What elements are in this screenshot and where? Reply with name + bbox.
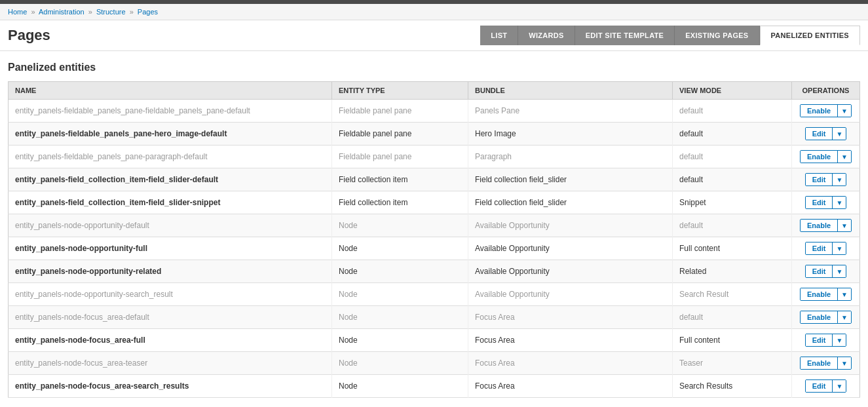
cell-operations: Enable▼: [792, 214, 860, 237]
cell-view-mode: default: [673, 306, 792, 329]
dropdown-arrow-button[interactable]: ▼: [837, 288, 851, 300]
section-title: Panelized entities: [8, 62, 860, 73]
cell-view-mode: Search Result: [673, 283, 792, 306]
cell-operations: Edit▼: [792, 260, 860, 283]
cell-entity-type: Node: [332, 214, 468, 237]
tab-existing-pages[interactable]: EXISTING PAGES: [675, 26, 759, 45]
cell-entity-type: Node: [332, 306, 468, 329]
cell-bundle: Focus Area: [468, 352, 673, 375]
table-row: entity_panels-node-opportunity-search_re…: [9, 283, 860, 306]
action-btn-group: Edit▼: [805, 196, 847, 209]
tab-list[interactable]: LIST: [480, 26, 518, 45]
cell-name: entity_panels-node-opportunity-search_re…: [9, 283, 332, 306]
dropdown-arrow-button[interactable]: ▼: [832, 265, 846, 277]
col-operations: OPERATIONS: [792, 82, 860, 100]
dropdown-arrow-button[interactable]: ▼: [837, 311, 851, 323]
enable-button[interactable]: Enable: [801, 151, 837, 163]
action-btn-group: Edit▼: [805, 242, 847, 255]
cell-view-mode: Search Results: [673, 375, 792, 398]
action-btn-group: Edit▼: [805, 173, 847, 186]
enable-button[interactable]: Enable: [801, 357, 837, 369]
cell-entity-type: Node: [332, 352, 468, 375]
table-row: entity_panels-node-opportunity-fullNodeA…: [9, 237, 860, 260]
cell-entity-type: Node: [332, 283, 468, 306]
edit-button[interactable]: Edit: [806, 334, 833, 346]
breadcrumb-pages[interactable]: Pages: [138, 8, 158, 16]
action-btn-group: Enable▼: [800, 150, 852, 163]
cell-view-mode: Teaser: [673, 352, 792, 375]
dropdown-arrow-button[interactable]: ▼: [832, 174, 846, 185]
cell-name: entity_panels-node-focus_area-full: [9, 329, 332, 352]
cell-name: entity_panels-node-focus_area-default: [9, 306, 332, 329]
edit-button[interactable]: Edit: [806, 174, 833, 185]
cell-name: entity_panels-fieldable_panels_pane-para…: [9, 145, 332, 168]
cell-bundle: Available Opportunity: [468, 260, 673, 283]
cell-bundle: Available Opportunity: [468, 283, 673, 306]
cell-view-mode: default: [673, 168, 792, 191]
cell-operations: Enable▼: [792, 352, 860, 375]
edit-button[interactable]: Edit: [806, 128, 833, 140]
cell-view-mode: default: [673, 123, 792, 145]
action-btn-group: Edit▼: [805, 379, 847, 393]
cell-view-mode: default: [673, 145, 792, 168]
cell-bundle: Available Opportunity: [468, 237, 673, 260]
dropdown-arrow-button[interactable]: ▼: [837, 357, 851, 369]
tab-panelized-entities[interactable]: PANELIZED ENTITIES: [760, 26, 860, 45]
dropdown-arrow-button[interactable]: ▼: [832, 197, 846, 208]
enable-button[interactable]: Enable: [801, 105, 837, 117]
cell-operations: Enable▼: [792, 283, 860, 306]
col-entity-type: ENTITY TYPE: [332, 82, 468, 100]
breadcrumb: Home » Administration » Structure » Page…: [0, 4, 868, 20]
cell-operations: Edit▼: [792, 329, 860, 352]
cell-entity-type: Field collection item: [332, 191, 468, 214]
table-header: NAME ENTITY TYPE BUNDLE VIEW MODE OPERAT…: [9, 82, 860, 100]
action-btn-group: Edit▼: [805, 334, 847, 347]
breadcrumb-administration[interactable]: Administration: [39, 8, 85, 16]
cell-bundle: Hero Image: [468, 123, 673, 145]
dropdown-arrow-button[interactable]: ▼: [837, 151, 851, 163]
dropdown-arrow-button[interactable]: ▼: [832, 128, 846, 140]
edit-button[interactable]: Edit: [806, 197, 833, 208]
cell-entity-type: Node: [332, 329, 468, 352]
edit-button[interactable]: Edit: [806, 242, 833, 254]
cell-bundle: Focus Area: [468, 306, 673, 329]
page-title: Pages: [8, 27, 50, 44]
cell-entity-type: Fieldable panel pane: [332, 123, 468, 145]
edit-button[interactable]: Edit: [806, 265, 833, 277]
cell-name: entity_panels-node-focus_area-search_res…: [9, 375, 332, 398]
cell-view-mode: default: [673, 100, 792, 123]
cell-view-mode: Related: [673, 260, 792, 283]
dropdown-arrow-button[interactable]: ▼: [832, 242, 846, 254]
cell-bundle: Paragraph: [468, 145, 673, 168]
col-view-mode: VIEW MODE: [673, 82, 792, 100]
cell-name: entity_panels-fieldable_panels_pane-hero…: [9, 123, 332, 145]
table-row: entity_panels-node-focus_area-search_res…: [9, 375, 860, 398]
cell-entity-type: Node: [332, 375, 468, 398]
table-row: entity_panels-node-opportunity-relatedNo…: [9, 260, 860, 283]
content-area: Panelized entities NAME ENTITY TYPE BUND…: [0, 51, 868, 407]
table-body: entity_panels-fieldable_panels_pane-fiel…: [9, 100, 860, 398]
table-row: entity_panels-field_collection_item-fiel…: [9, 168, 860, 191]
cell-bundle: Focus Area: [468, 329, 673, 352]
enable-button[interactable]: Enable: [801, 311, 837, 323]
breadcrumb-structure[interactable]: Structure: [96, 8, 126, 16]
enable-button[interactable]: Enable: [801, 288, 837, 300]
enable-button[interactable]: Enable: [801, 220, 837, 231]
edit-button[interactable]: Edit: [806, 380, 833, 392]
cell-name: entity_panels-node-opportunity-full: [9, 237, 332, 260]
cell-view-mode: Full content: [673, 237, 792, 260]
table-row: entity_panels-field_collection_item-fiel…: [9, 191, 860, 214]
cell-operations: Edit▼: [792, 375, 860, 398]
dropdown-arrow-button[interactable]: ▼: [837, 220, 851, 231]
cell-view-mode: default: [673, 214, 792, 237]
cell-operations: Enable▼: [792, 306, 860, 329]
cell-bundle: Field collection field_slider: [468, 191, 673, 214]
dropdown-arrow-button[interactable]: ▼: [832, 380, 846, 392]
tab-wizards[interactable]: WIZARDS: [518, 26, 575, 45]
dropdown-arrow-button[interactable]: ▼: [837, 105, 851, 117]
breadcrumb-home[interactable]: Home: [8, 8, 27, 16]
action-btn-group: Enable▼: [800, 311, 852, 324]
cell-entity-type: Node: [332, 237, 468, 260]
dropdown-arrow-button[interactable]: ▼: [832, 334, 846, 346]
tab-edit-site-template[interactable]: EDIT SITE TEMPLATE: [575, 26, 675, 45]
